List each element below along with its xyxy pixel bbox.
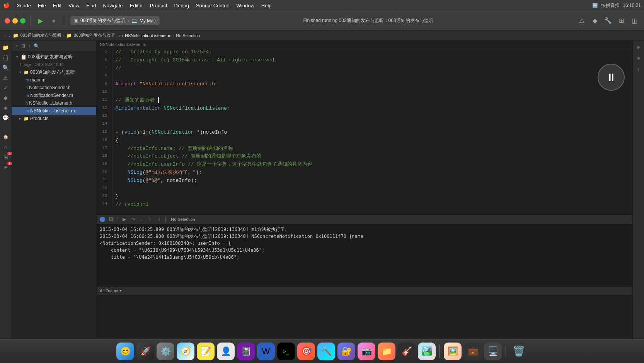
- menu-help[interactable]: Help: [258, 2, 275, 9]
- dock-launchpad[interactable]: 🚀: [136, 343, 154, 360]
- line-content[interactable]: [112, 120, 632, 129]
- line-content[interactable]: // (void)m1: [112, 201, 632, 209]
- dock-1password[interactable]: 🔐: [337, 343, 355, 360]
- tree-file-listener-m[interactable]: m NSNotific...Listener.m: [12, 107, 96, 115]
- badge-item-1[interactable]: ⊞ 2: [1, 153, 10, 162]
- dock-app3[interactable]: 🏞️: [418, 343, 436, 360]
- line-content[interactable]: [112, 88, 632, 97]
- dock-contacts[interactable]: 👤: [217, 343, 235, 360]
- maximize-button[interactable]: [20, 18, 26, 24]
- layout-icon-button[interactable]: ⊞: [616, 16, 626, 26]
- step-over-btn[interactable]: ↷: [130, 216, 137, 223]
- breakpoint-nav-icon[interactable]: ◈: [1, 103, 10, 112]
- breadcrumb-file[interactable]: NSNotificationListener.m: [125, 33, 171, 38]
- menu-source-control[interactable]: Source Control: [193, 2, 233, 9]
- menu-editor[interactable]: Editor: [127, 2, 146, 9]
- dock-app2[interactable]: 🎸: [398, 343, 416, 360]
- tree-products-folder[interactable]: ▸ 📁 Products: [12, 115, 96, 122]
- debug-indicator[interactable]: [100, 217, 105, 222]
- breakpoint-icon-button[interactable]: ◆: [590, 16, 600, 26]
- dock-finder[interactable]: 😊: [116, 343, 134, 360]
- nav-search-button[interactable]: 🔍: [33, 42, 40, 49]
- code-editor[interactable]: 5 // Created by apple on 15/5/4. 6 // Co…: [97, 48, 632, 214]
- menu-file[interactable]: File: [35, 2, 49, 9]
- minimize-button[interactable]: [12, 18, 18, 24]
- attributes-toggle[interactable]: ≡: [634, 54, 643, 63]
- line-content[interactable]: {: [112, 137, 632, 145]
- line-content[interactable]: // Copyright (c) 2015年 itcast. All right…: [112, 56, 632, 64]
- tree-file-main[interactable]: m main.m: [12, 76, 96, 84]
- menu-window[interactable]: Window: [233, 2, 257, 9]
- dock-app5[interactable]: 🖥️: [484, 343, 502, 360]
- menu-find[interactable]: Find: [83, 2, 99, 9]
- line-content[interactable]: //: [112, 64, 632, 73]
- dock-app4[interactable]: 💼: [464, 343, 482, 360]
- tree-file-nsender-m[interactable]: m NotificationSender.m: [12, 92, 96, 99]
- test-nav-icon[interactable]: ✓: [1, 83, 10, 92]
- nav-filter-button[interactable]: ⊞: [20, 42, 26, 49]
- home-icon[interactable]: ⌂: [1, 142, 10, 152]
- dock-onenote[interactable]: 📓: [237, 343, 255, 360]
- menu-navigate[interactable]: Navigate: [100, 2, 126, 9]
- all-output-button[interactable]: All Output: [100, 288, 118, 293]
- nav-add-button[interactable]: +: [15, 42, 19, 49]
- pause-button[interactable]: ⏸: [598, 64, 625, 91]
- debug-checkbox-btn[interactable]: ☑: [107, 216, 115, 223]
- line-content[interactable]: NSLog(@"%@", noteInfo);: [112, 177, 632, 185]
- dock-safari[interactable]: 🧭: [177, 343, 194, 360]
- new-slide-item[interactable]: 🏠: [1, 132, 11, 142]
- log-nav-icon[interactable]: 💬: [1, 113, 10, 122]
- menu-product[interactable]: Product: [147, 2, 170, 9]
- step-out-btn[interactable]: ↑: [147, 216, 152, 223]
- dock-system-prefs[interactable]: ⚙️: [157, 343, 174, 360]
- apple-menu-icon[interactable]: 🍎: [3, 2, 10, 8]
- issue-nav-icon[interactable]: ⚠: [1, 73, 10, 82]
- line-content[interactable]: }: [112, 193, 632, 201]
- line-content[interactable]: //noteInfo.object // 监听到的通知是哪个对象发布的: [112, 153, 632, 161]
- line-content[interactable]: @implementation NSNotificationListener: [112, 105, 632, 113]
- close-button[interactable]: [5, 18, 10, 24]
- run-button[interactable]: ▶: [35, 15, 46, 26]
- stop-button[interactable]: ■: [48, 15, 59, 26]
- breadcrumb-project[interactable]: 003通知的发布与监听: [20, 32, 61, 38]
- dock-trash[interactable]: 🗑️: [510, 343, 528, 360]
- breadcrumb-back-button[interactable]: ‹: [3, 32, 7, 38]
- tree-group-folder[interactable]: ▾ 📁 003通知的发布与监听: [12, 68, 96, 76]
- project-nav-icon[interactable]: 🔍: [1, 63, 10, 72]
- inspector-toggle[interactable]: ⊞: [634, 43, 643, 52]
- dock-app1[interactable]: 🎯: [297, 343, 315, 360]
- badge-item-2[interactable]: ≡ 1: [1, 163, 10, 172]
- console-area[interactable]: 2015-03-04 16:06:25.899 003通知的发布与监听[2019…: [97, 224, 632, 286]
- breadcrumb-folder[interactable]: 003通知的发布与监听: [74, 32, 115, 38]
- line-content[interactable]: // Created by apple on 15/5/4.: [112, 48, 632, 56]
- tree-file-listener-h[interactable]: h NSNotific...Listener.h: [12, 99, 96, 107]
- line-content[interactable]: [112, 72, 632, 80]
- size-toggle[interactable]: ↕: [634, 64, 643, 74]
- pause-debug-btn[interactable]: ⏸: [155, 216, 162, 223]
- symbol-nav-icon[interactable]: { }: [1, 53, 10, 62]
- nav-sort-button[interactable]: ↕: [27, 42, 31, 49]
- step-into-btn[interactable]: ↓: [139, 216, 145, 223]
- dock-terminal[interactable]: >_: [277, 343, 295, 360]
- line-content[interactable]: //noteInfo.name; // 监听到的通知的名称: [112, 145, 632, 153]
- panel-icon-button[interactable]: ◫: [629, 16, 639, 26]
- line-content[interactable]: // 通知的监听者: [112, 97, 632, 105]
- line-content[interactable]: [112, 112, 632, 120]
- menu-xcode[interactable]: Xcode: [14, 2, 34, 9]
- debug-nav-icon[interactable]: ◆: [1, 93, 10, 102]
- tree-root-project[interactable]: ▾ 📋 003通知的发布与监听: [12, 53, 96, 61]
- line-content[interactable]: NSLog(@"m1方法被执行了。");: [112, 169, 632, 177]
- line-content[interactable]: - (void)m1:(NSNotification *)noteInfo: [112, 129, 632, 137]
- scheme-selector[interactable]: ▣ 003通知的发布与监听 › 💻 My Mac: [70, 16, 160, 25]
- environment-icon-button[interactable]: 🔧: [603, 16, 613, 26]
- dock-preview[interactable]: 🖼️: [444, 343, 462, 360]
- line-content[interactable]: //noteInfo.userInfo // 这是一个字典，这个字典中就包含了通…: [112, 161, 632, 169]
- line-content[interactable]: #import "NSNotificationListener.h": [112, 80, 632, 88]
- breadcrumb-forward-button[interactable]: ›: [8, 32, 12, 38]
- continue-btn[interactable]: ▶: [121, 216, 128, 223]
- menu-debug[interactable]: Debug: [171, 2, 192, 9]
- dock-word[interactable]: W: [257, 343, 275, 360]
- dock-xcode[interactable]: 🔨: [317, 343, 335, 360]
- menu-view[interactable]: View: [65, 2, 82, 9]
- tree-file-nsender-h[interactable]: h NotificationSender.h: [12, 84, 96, 92]
